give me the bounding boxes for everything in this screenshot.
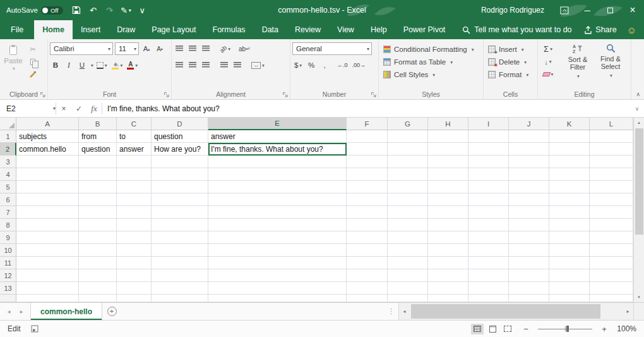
- cell-J7[interactable]: [509, 206, 549, 219]
- cell-H4[interactable]: [428, 168, 468, 181]
- cell-C10[interactable]: [117, 244, 152, 257]
- tab-power-pivot[interactable]: Power Pivot: [395, 20, 454, 39]
- decrease-decimal-button[interactable]: .00→: [351, 59, 367, 71]
- paste-button[interactable]: Paste ▾: [2, 41, 25, 80]
- column-header-A[interactable]: A: [16, 118, 79, 130]
- cell-A12[interactable]: [16, 269, 79, 282]
- cell-H9[interactable]: [428, 231, 468, 244]
- cell-J8[interactable]: [509, 219, 549, 231]
- cell-H12[interactable]: [428, 269, 468, 282]
- cell-C7[interactable]: [117, 206, 152, 219]
- scroll-left-arrow[interactable]: ◂: [399, 303, 410, 320]
- cell-E5[interactable]: [208, 181, 347, 193]
- cell-I5[interactable]: [468, 181, 509, 193]
- next-sheet-arrow[interactable]: ▸: [15, 308, 28, 315]
- decrease-indent-button[interactable]: [218, 59, 230, 71]
- new-sheet-button[interactable]: +: [102, 303, 121, 320]
- page-break-view-button[interactable]: [501, 324, 514, 334]
- cell-L1[interactable]: [590, 130, 633, 143]
- cell-H6[interactable]: [428, 193, 468, 206]
- cell-A3[interactable]: [16, 156, 79, 168]
- format-as-table-button[interactable]: Format as Table▾: [381, 56, 481, 68]
- row-header-3[interactable]: 3: [0, 156, 16, 168]
- redo-button[interactable]: ↷: [101, 0, 117, 20]
- cell-G9[interactable]: [388, 231, 428, 244]
- cell-G10[interactable]: [388, 244, 428, 257]
- cell-H2[interactable]: [428, 143, 468, 156]
- cell-G11[interactable]: [388, 257, 428, 269]
- find-select-button[interactable]: Find & Select▾: [594, 41, 627, 80]
- column-header-K[interactable]: K: [549, 118, 590, 130]
- cell-C2[interactable]: answer: [117, 143, 152, 156]
- comma-style-button[interactable]: ,: [319, 59, 330, 71]
- row-header-8[interactable]: 8: [0, 219, 16, 231]
- copy-button[interactable]: [25, 56, 41, 68]
- row-header-10[interactable]: 10: [0, 244, 16, 257]
- cell-L6[interactable]: [590, 193, 633, 206]
- row-header-1[interactable]: 1: [0, 130, 16, 143]
- cell-I13[interactable]: [468, 282, 509, 295]
- sort-filter-button[interactable]: AZ Sort & Filter▾: [561, 41, 594, 80]
- column-header-L[interactable]: L: [590, 118, 633, 130]
- cell-A9[interactable]: [16, 231, 79, 244]
- cell-K9[interactable]: [549, 231, 590, 244]
- insert-cells-button[interactable]: +Insert▾: [486, 43, 535, 56]
- cell-I6[interactable]: [468, 193, 509, 206]
- cell-E11[interactable]: [208, 257, 347, 269]
- cell-A13[interactable]: [16, 282, 79, 295]
- cell-C5[interactable]: [117, 181, 152, 193]
- cell-G8[interactable]: [388, 219, 428, 231]
- accounting-format-button[interactable]: $▾: [292, 59, 304, 71]
- cell-H11[interactable]: [428, 257, 468, 269]
- cell-J4[interactable]: [509, 168, 549, 181]
- cell-L3[interactable]: [590, 156, 633, 168]
- row-header-6[interactable]: 6: [0, 193, 16, 206]
- align-left-button[interactable]: [174, 59, 185, 71]
- cell-D12[interactable]: [152, 269, 208, 282]
- name-box[interactable]: E2▾: [0, 100, 56, 117]
- cell-J10[interactable]: [509, 244, 549, 257]
- zoom-slider-thumb[interactable]: [566, 326, 569, 332]
- horizontal-scrollbar[interactable]: ◂ ▸: [398, 303, 633, 320]
- cell-F12[interactable]: [347, 269, 388, 282]
- cell-B10[interactable]: [79, 244, 117, 257]
- cell-J12[interactable]: [509, 269, 549, 282]
- alignment-dialog-launcher[interactable]: [283, 92, 288, 97]
- cell-F13[interactable]: [347, 282, 388, 295]
- cell-G13[interactable]: [388, 282, 428, 295]
- cell-K1[interactable]: [549, 130, 590, 143]
- fill-button[interactable]: ↓▾: [540, 56, 556, 68]
- cell-L9[interactable]: [590, 231, 633, 244]
- tab-home[interactable]: Home: [34, 20, 73, 39]
- column-header-J[interactable]: J: [509, 118, 549, 130]
- cell-L11[interactable]: [590, 257, 633, 269]
- conditional-formatting-button[interactable]: Conditional Formatting▾: [381, 43, 481, 56]
- autosave-toggle[interactable]: AutoSave Off: [0, 6, 68, 15]
- select-all-corner[interactable]: [0, 118, 16, 130]
- column-header-I[interactable]: I: [468, 118, 509, 130]
- column-header-F[interactable]: F: [347, 118, 388, 130]
- tab-data[interactable]: Data: [254, 20, 287, 39]
- format-painter-button[interactable]: [25, 68, 41, 80]
- cell-H13[interactable]: [428, 282, 468, 295]
- cell-G12[interactable]: [388, 269, 428, 282]
- cell-J13[interactable]: [509, 282, 549, 295]
- cell-B11[interactable]: [79, 257, 117, 269]
- maximize-button[interactable]: [599, 0, 621, 20]
- cell-D1[interactable]: question: [152, 130, 208, 143]
- row-header-9[interactable]: 9: [0, 231, 16, 244]
- cell-H3[interactable]: [428, 156, 468, 168]
- cell-B4[interactable]: [79, 168, 117, 181]
- cell-I2[interactable]: [468, 143, 509, 156]
- wrap-text-button[interactable]: ab↵: [237, 42, 252, 55]
- cell-E1[interactable]: answer: [208, 130, 347, 143]
- bold-button[interactable]: B: [50, 59, 61, 71]
- cell-E10[interactable]: [208, 244, 347, 257]
- cell-L4[interactable]: [590, 168, 633, 181]
- align-right-button[interactable]: [200, 59, 212, 71]
- tab-view[interactable]: View: [329, 20, 362, 39]
- cell-G3[interactable]: [388, 156, 428, 168]
- cell-H10[interactable]: [428, 244, 468, 257]
- cell-B7[interactable]: [79, 206, 117, 219]
- cell-E3[interactable]: [208, 156, 347, 168]
